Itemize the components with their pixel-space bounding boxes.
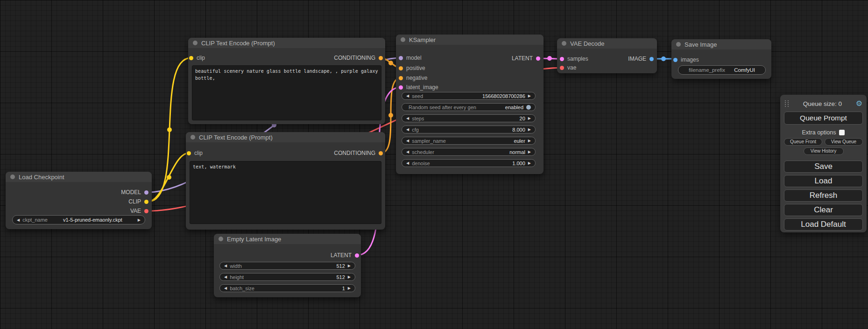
decrement-arrow-icon[interactable]: ◀ (224, 262, 227, 269)
increment-arrow-icon[interactable]: ▶ (138, 217, 141, 224)
port-dot-latent[interactable] (355, 253, 359, 258)
negative-prompt-textarea[interactable]: text, watermark (190, 161, 381, 224)
drag-handle-icon[interactable] (785, 100, 789, 107)
random-seed-toggle-widget[interactable]: Random seed after every gen enabled (402, 103, 536, 111)
view-history-button[interactable]: View History (804, 147, 844, 155)
input-samples[interactable]: samples (560, 56, 588, 62)
port-dot-conditioning[interactable] (399, 76, 403, 80)
cfg-widget[interactable]: ◀ cfg 8.000 ▶ (402, 126, 536, 133)
node-load-checkpoint[interactable]: Load Checkpoint MODEL CLIP VAE ◀ ckpt_na… (6, 172, 152, 229)
node-save-image[interactable]: Save Image images filename_prefix ComfyU… (671, 39, 771, 79)
increment-arrow-icon[interactable]: ▶ (528, 115, 531, 122)
port-dot-conditioning[interactable] (379, 56, 383, 60)
port-dot-model[interactable] (399, 56, 403, 60)
positive-prompt-textarea[interactable]: beautiful scenery nature glass bottle la… (192, 65, 381, 120)
load-default-button[interactable]: Load Default (784, 218, 863, 231)
input-images[interactable]: images (673, 56, 699, 63)
increment-arrow-icon[interactable]: ▶ (528, 137, 531, 144)
width-widget[interactable]: ◀ width 512 ▶ (219, 262, 355, 270)
port-dot-clip[interactable] (187, 151, 191, 155)
increment-arrow-icon[interactable]: ▶ (528, 126, 531, 133)
decrement-arrow-icon[interactable]: ◀ (406, 148, 409, 155)
seed-widget[interactable]: ◀ seed 156680208700286 ▶ (402, 92, 536, 100)
port-dot-conditioning[interactable] (379, 151, 383, 155)
collapse-dot-icon[interactable] (193, 41, 198, 45)
input-negative[interactable]: negative (399, 75, 427, 81)
refresh-button[interactable]: Refresh (784, 189, 863, 202)
steps-widget[interactable]: ◀ steps 20 ▶ (402, 114, 536, 122)
decrement-arrow-icon[interactable]: ◀ (224, 285, 227, 292)
decrement-arrow-icon[interactable]: ◀ (17, 217, 20, 224)
filename-prefix-widget[interactable]: filename_prefix ComfyUI (678, 65, 766, 75)
port-dot-latent[interactable] (536, 56, 540, 61)
output-vae[interactable]: VAE (130, 208, 148, 214)
port-dot-image[interactable] (673, 58, 677, 62)
queue-front-button[interactable]: Queue Front (784, 138, 822, 146)
node-empty-latent-image[interactable]: Empty Latent Image LATENT ◀ width 512 ▶ … (214, 234, 361, 297)
port-dot-conditioning[interactable] (399, 66, 403, 70)
node-clip-text-encode-negative[interactable]: CLIP Text Encode (Prompt) clip CONDITION… (186, 132, 385, 230)
port-dot-vae[interactable] (560, 66, 564, 70)
input-latent-image[interactable]: latent_image (399, 84, 438, 91)
extra-options-checkbox[interactable] (839, 130, 845, 135)
collapse-dot-icon[interactable] (676, 42, 681, 47)
collapse-dot-icon[interactable] (219, 237, 223, 241)
increment-arrow-icon[interactable]: ▶ (528, 148, 531, 155)
node-titlebar[interactable]: CLIP Text Encode (Prompt) (186, 132, 385, 142)
output-clip[interactable]: CLIP (128, 198, 148, 205)
ckpt-name-widget[interactable]: ◀ ckpt_name v1-5-pruned-emaonly.ckpt ▶ (12, 215, 145, 224)
node-titlebar[interactable]: Load Checkpoint (6, 172, 152, 182)
output-latent[interactable]: LATENT (512, 55, 540, 62)
output-conditioning[interactable]: CONDITIONING (334, 150, 383, 156)
denoise-widget[interactable]: ◀ denoise 1.000 ▶ (402, 159, 536, 167)
clear-button[interactable]: Clear (784, 204, 863, 216)
decrement-arrow-icon[interactable]: ◀ (406, 115, 409, 122)
increment-arrow-icon[interactable]: ▶ (348, 262, 351, 269)
increment-arrow-icon[interactable]: ▶ (348, 273, 351, 280)
input-vae[interactable]: vae (560, 64, 576, 71)
collapse-dot-icon[interactable] (401, 37, 405, 42)
increment-arrow-icon[interactable]: ▶ (528, 160, 531, 167)
collapse-dot-icon[interactable] (191, 135, 195, 140)
input-model[interactable]: model (399, 55, 422, 61)
node-titlebar[interactable]: VAE Decode (557, 38, 657, 49)
scheduler-widget[interactable]: ◀ scheduler normal ▶ (402, 148, 536, 156)
decrement-arrow-icon[interactable]: ◀ (406, 126, 409, 133)
input-clip[interactable]: clip (187, 150, 203, 156)
toggle-dot-icon[interactable] (526, 105, 531, 110)
batch-size-widget[interactable]: ◀ batch_size 1 ▶ (219, 284, 355, 292)
node-vae-decode[interactable]: VAE Decode samples vae IMAGE (557, 38, 657, 73)
port-dot-latent[interactable] (560, 57, 564, 61)
view-queue-button[interactable]: View Queue (825, 138, 863, 146)
node-clip-text-encode-positive[interactable]: CLIP Text Encode (Prompt) clip CONDITION… (188, 38, 385, 124)
decrement-arrow-icon[interactable]: ◀ (406, 160, 409, 167)
port-dot-vae[interactable] (144, 209, 148, 213)
port-dot-model[interactable] (144, 190, 148, 195)
node-titlebar[interactable]: Save Image (671, 39, 771, 49)
load-button[interactable]: Load (784, 175, 863, 187)
increment-arrow-icon[interactable]: ▶ (528, 92, 531, 99)
collapse-dot-icon[interactable] (10, 175, 15, 179)
node-titlebar[interactable]: CLIP Text Encode (Prompt) (188, 38, 385, 48)
increment-arrow-icon[interactable]: ▶ (348, 285, 351, 292)
save-button[interactable]: Save (784, 161, 863, 173)
decrement-arrow-icon[interactable]: ◀ (406, 137, 409, 144)
height-widget[interactable]: ◀ height 512 ▶ (219, 273, 355, 281)
node-ksampler[interactable]: KSampler model positive negative latent_… (396, 35, 543, 174)
collapse-dot-icon[interactable] (562, 41, 566, 46)
node-titlebar[interactable]: Empty Latent Image (214, 234, 361, 244)
sampler-name-widget[interactable]: ◀ sampler_name euler ▶ (402, 137, 536, 145)
port-dot-clip[interactable] (144, 200, 148, 204)
decrement-arrow-icon[interactable]: ◀ (406, 92, 409, 99)
input-positive[interactable]: positive (399, 65, 425, 71)
port-dot-image[interactable] (649, 57, 654, 61)
output-latent[interactable]: LATENT (331, 252, 359, 259)
port-dot-latent[interactable] (399, 85, 403, 90)
queue-prompt-button[interactable]: Queue Prompt (784, 112, 863, 125)
output-conditioning[interactable]: CONDITIONING (334, 55, 383, 61)
graph-canvas[interactable]: Load Checkpoint MODEL CLIP VAE ◀ ckpt_na… (0, 0, 868, 329)
decrement-arrow-icon[interactable]: ◀ (224, 273, 227, 280)
output-model[interactable]: MODEL (121, 189, 148, 196)
input-clip[interactable]: clip (189, 55, 205, 61)
output-image[interactable]: IMAGE (628, 56, 654, 62)
